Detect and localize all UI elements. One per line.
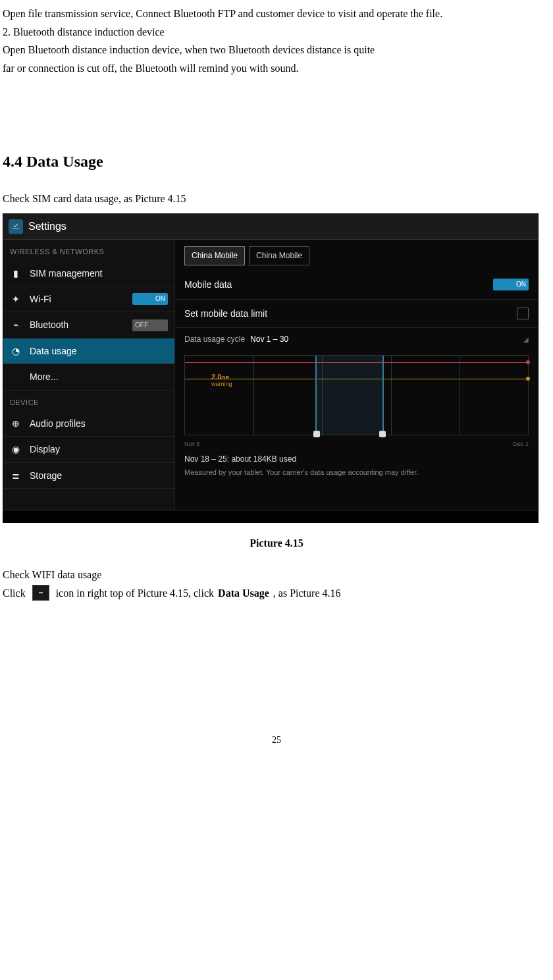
settings-title: Settings	[28, 218, 66, 235]
page-number: 25	[3, 733, 550, 748]
axis-start: Nov 5	[184, 439, 200, 449]
section-wireless: WIRELESS & NETWORKS	[3, 240, 174, 261]
settings-sidebar: WIRELESS & NETWORKS ▮ SIM management ✦ W…	[3, 240, 174, 510]
selection-range[interactable]	[315, 356, 384, 435]
figure-caption: Picture 4.15	[3, 535, 550, 552]
settings-icon	[9, 219, 23, 234]
data-usage-chart[interactable]: 2.0GB warning	[184, 355, 529, 435]
axis-end: Dec 1	[513, 439, 529, 449]
sidebar-item-storage[interactable]: ≣ Storage	[3, 463, 174, 489]
wifi-heading: Check WIFI data usage	[3, 566, 550, 584]
settings-main: China Mobile China Mobile Mobile data ON…	[174, 240, 538, 510]
paragraph-ftp: Open file transmission service, Connect …	[3, 5, 550, 22]
usage-summary: Nov 18 – 25: about 184KB used	[175, 450, 538, 467]
wifi-bold: Data Usage	[218, 585, 269, 602]
label-mobile-data: Mobile data	[184, 277, 232, 292]
set-limit-checkbox[interactable]	[517, 308, 529, 319]
selection-handle-right[interactable]	[379, 431, 386, 437]
sidebar-label-sim: SIM management	[30, 266, 103, 281]
warning-label: warning	[211, 379, 232, 389]
paragraph-heading-2: 2. Bluetooth distance induction device	[3, 24, 550, 41]
wifi-text-post: icon in right top of Picture 4.15, click	[56, 585, 214, 602]
sidebar-label-wifi: Wi-Fi	[30, 292, 51, 306]
sim-icon: ▮	[10, 266, 22, 281]
wifi-icon: ✦	[10, 292, 22, 306]
tab-sim2[interactable]: China Mobile	[249, 246, 309, 265]
value-cycle: Nov 1 – 30	[250, 333, 288, 346]
sidebar-item-audio[interactable]: ⊕ Audio profiles	[3, 411, 174, 437]
screenshot-figure: Settings WIRELESS & NETWORKS ▮ SIM manag…	[3, 213, 550, 523]
section-heading: 4.4 Data Usage	[3, 149, 550, 174]
row-set-limit[interactable]: Set mobile data limit	[175, 300, 538, 328]
paragraph-distance-1: Open Bluetooth distance induction device…	[3, 41, 550, 59]
sidebar-item-more[interactable]: More...	[3, 364, 174, 390]
sidebar-label-storage: Storage	[30, 468, 62, 483]
row-mobile-data[interactable]: Mobile data ON	[175, 271, 538, 299]
sidebar-item-display[interactable]: ◉ Display	[3, 437, 174, 462]
wifi-text-pre: Click	[3, 585, 26, 602]
display-icon: ◉	[10, 442, 22, 456]
wifi-switch[interactable]: ON	[132, 293, 168, 305]
sidebar-label-display: Display	[30, 442, 60, 456]
paragraph-distance-2: far or connection is cut off, the Blueto…	[3, 60, 550, 77]
nav-bar	[3, 510, 538, 522]
sidebar-label-more: More...	[30, 369, 59, 384]
wifi-text-end: , as Picture 4.16	[273, 585, 341, 602]
paragraph-check-sim: Check SIM card data usage, as Picture 4.…	[3, 190, 550, 207]
sidebar-label-data-usage: Data usage	[30, 344, 77, 358]
wifi-instruction: Click icon in right top of Picture 4.15,…	[3, 585, 550, 602]
settings-screenshot: Settings WIRELESS & NETWORKS ▮ SIM manag…	[3, 213, 539, 523]
sidebar-label-audio: Audio profiles	[30, 416, 86, 431]
bluetooth-icon: ⌁	[10, 317, 22, 332]
row-cycle[interactable]: Data usage cycle Nov 1 – 30 ◢	[175, 328, 538, 351]
audio-icon: ⊕	[10, 416, 22, 431]
storage-icon: ≣	[10, 468, 22, 483]
label-cycle: Data usage cycle	[184, 333, 245, 346]
sidebar-item-sim[interactable]: ▮ SIM management	[3, 261, 174, 286]
section-device: DEVICE	[3, 391, 174, 412]
usage-disclaimer: Measured by your tablet. Your carrier's …	[175, 467, 538, 485]
data-usage-icon: ◔	[10, 344, 22, 358]
sidebar-item-data-usage[interactable]: ◔ Data usage	[3, 339, 174, 364]
selection-handle-left[interactable]	[313, 431, 320, 437]
sidebar-item-bluetooth[interactable]: ⌁ Bluetooth OFF	[3, 312, 174, 338]
chart-axis: Nov 5 Dec 1	[184, 439, 529, 449]
sidebar-item-wifi[interactable]: ✦ Wi-Fi ON	[3, 286, 174, 312]
tab-sim1[interactable]: China Mobile	[184, 246, 245, 265]
sim-tabs: China Mobile China Mobile	[184, 246, 538, 265]
chevron-down-icon: ◢	[523, 335, 529, 345]
settings-header: Settings	[3, 214, 538, 240]
sidebar-label-bluetooth: Bluetooth	[30, 317, 68, 332]
label-set-limit: Set mobile data limit	[184, 306, 267, 321]
mobile-data-switch[interactable]: ON	[493, 279, 529, 290]
overflow-menu-icon	[32, 585, 49, 601]
bluetooth-switch[interactable]: OFF	[132, 319, 168, 331]
